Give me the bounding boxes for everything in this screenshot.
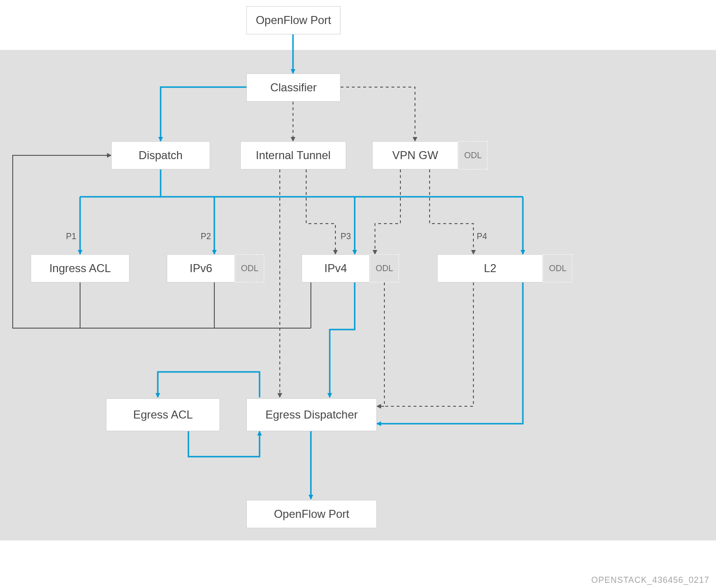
label-p3: P3 bbox=[341, 232, 351, 242]
odl-tag-ipv6: ODL bbox=[235, 254, 264, 282]
box-ipv4: IPv4 bbox=[301, 254, 370, 282]
label-p4: P4 bbox=[477, 232, 487, 242]
odl-tag-ipv4: ODL bbox=[370, 254, 399, 282]
footer-credit: OPENSTACK_436456_0217 bbox=[591, 575, 709, 585]
box-openflow-bottom: OpenFlow Port bbox=[246, 500, 377, 528]
label-p2: P2 bbox=[201, 232, 211, 242]
box-egress-acl: Egress ACL bbox=[106, 398, 220, 431]
box-l2: L2 bbox=[437, 254, 543, 282]
box-egress-dispatcher: Egress Dispatcher bbox=[246, 398, 377, 431]
box-dispatch: Dispatch bbox=[111, 141, 210, 169]
box-ipv6: IPv6 bbox=[167, 254, 235, 282]
label-p1: P1 bbox=[66, 232, 76, 242]
box-internal-tunnel: Internal Tunnel bbox=[240, 141, 346, 169]
box-ingress-acl: Ingress ACL bbox=[31, 254, 130, 282]
box-classifier: Classifier bbox=[246, 73, 341, 102]
odl-tag-l2: ODL bbox=[543, 254, 572, 282]
box-vpn-gw: VPN GW bbox=[372, 141, 458, 169]
box-openflow-top: OpenFlow Port bbox=[246, 6, 341, 34]
odl-tag-vpn: ODL bbox=[458, 141, 488, 169]
